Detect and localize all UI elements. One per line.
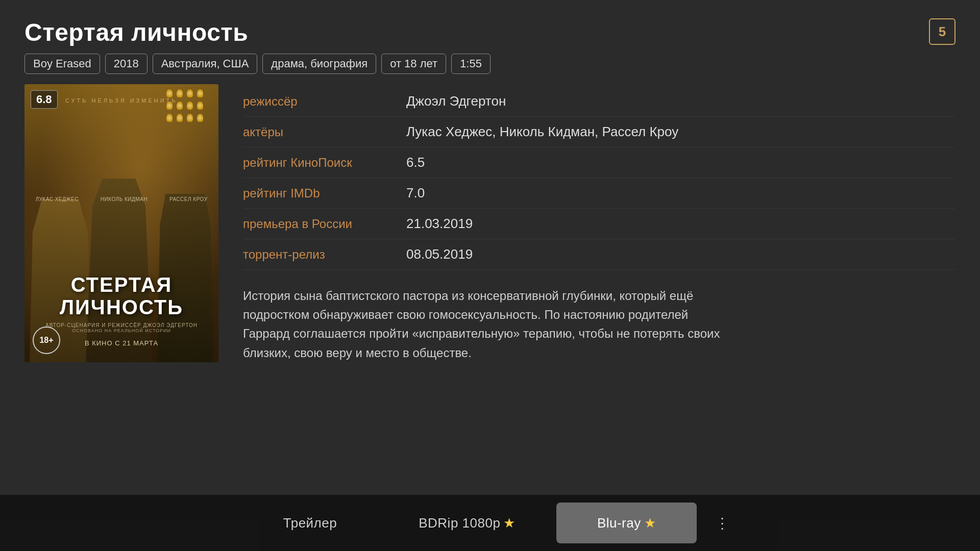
- poster-lights: [166, 89, 203, 122]
- tags-row: Boy Erased 2018 Австралия, США драма, би…: [24, 54, 491, 74]
- label-kinopoisk: рейтинг КиноПоиск: [243, 156, 406, 170]
- info-row-kinopoisk: рейтинг КиноПоиск 6.5: [243, 147, 955, 178]
- tag-original-title: Boy Erased: [24, 54, 100, 74]
- cast-name-3: РАССЕЛ КРОУ: [169, 196, 208, 202]
- main-content: ЛУКАС ХЕДЖЕС НИКОЛЬ КИДМАН РАССЕЛ КРОУ 6…: [24, 84, 955, 551]
- light-bulb: [197, 102, 203, 110]
- value-director: Джоэл Эдгертон: [406, 93, 506, 109]
- tag-countries: Австралия, США: [153, 54, 258, 74]
- page-container: Стертая личность Boy Erased 2018 Австрал…: [0, 0, 980, 551]
- value-actors: Лукас Хеджес, Николь Кидман, Рассел Кроу: [406, 124, 678, 140]
- label-imdb: рейтинг IMDb: [243, 186, 406, 201]
- poster-title-line2: ЛИЧНОСТЬ: [45, 296, 198, 318]
- label-director: режиссёр: [243, 94, 406, 109]
- value-premiere: 21.03.2019: [406, 216, 473, 232]
- trailer-button[interactable]: Трейлер: [242, 503, 378, 543]
- light-bulb: [187, 114, 193, 122]
- value-torrent: 08.05.2019: [406, 246, 473, 262]
- info-row-director: режиссёр Джоэл Эдгертон: [243, 86, 955, 117]
- bdrip-star-icon: ★: [503, 515, 516, 531]
- more-options-button[interactable]: ⋮: [707, 508, 738, 538]
- value-imdb: 7.0: [406, 185, 425, 201]
- info-row-torrent: торрент-релиз 08.05.2019: [243, 239, 955, 270]
- poster-text-block: СТЕРТАЯ ЛИЧНОСТЬ АВТОР-СЦЕНАРИЯ И РЕЖИСС…: [45, 273, 198, 347]
- bdrip-button[interactable]: BDRip 1080p ★: [378, 503, 556, 543]
- header: Стертая личность Boy Erased 2018 Австрал…: [24, 18, 955, 74]
- poster-score: 6.8: [31, 90, 58, 109]
- light-bulb: [166, 114, 173, 122]
- bluray-button[interactable]: Blu-ray ★: [556, 503, 697, 543]
- label-torrent: торрент-релиз: [243, 247, 406, 262]
- movie-title: Стертая личность: [24, 18, 491, 46]
- poster-title-line1: СТЕРТАЯ: [45, 273, 198, 296]
- poster-author: АВТОР-СЦЕНАРИЯ И РЕЖИССЁР ДЖОЭЛ ЭДГЕРТОН: [45, 322, 198, 328]
- light-bulb: [197, 89, 203, 97]
- label-actors: актёры: [243, 125, 406, 139]
- label-premiere: премьера в России: [243, 217, 406, 231]
- movie-poster: ЛУКАС ХЕДЖЕС НИКОЛЬ КИДМАН РАССЕЛ КРОУ 6…: [24, 84, 218, 362]
- tag-duration: 1:55: [451, 54, 491, 74]
- cast-names-row: ЛУКАС ХЕДЖЕС НИКОЛЬ КИДМАН РАССЕЛ КРОУ: [24, 196, 218, 202]
- tag-age: от 18 лет: [381, 54, 446, 74]
- light-bulb: [187, 89, 193, 97]
- info-row-imdb: рейтинг IMDb 7.0: [243, 178, 955, 209]
- light-bulb: [177, 114, 183, 122]
- value-kinopoisk: 6.5: [406, 155, 425, 170]
- info-row-actors: актёры Лукас Хеджес, Николь Кидман, Расс…: [243, 117, 955, 147]
- info-panel: режиссёр Джоэл Эдгертон актёры Лукас Хед…: [243, 84, 955, 551]
- age-badge: 18+: [33, 327, 60, 354]
- poster-based: ОСНОВАНО НА РЕАЛЬНОЙ ИСТОРИИ: [45, 328, 198, 333]
- poster-release: В КИНО С 21 МАРТА: [45, 339, 198, 347]
- info-table: режиссёр Джоэл Эдгертон актёры Лукас Хед…: [243, 86, 955, 270]
- title-block: Стертая личность Boy Erased 2018 Австрал…: [24, 18, 491, 74]
- movie-description: История сына баптистского пастора из кон…: [243, 286, 733, 362]
- tag-year: 2018: [105, 54, 148, 74]
- light-bulb: [197, 114, 203, 122]
- tag-genres: драма, биография: [262, 54, 376, 74]
- cast-name-1: ЛУКАС ХЕДЖЕС: [35, 196, 78, 202]
- channel-badge: 5: [929, 18, 955, 45]
- info-row-premiere: премьера в России 21.03.2019: [243, 209, 955, 239]
- light-bulb: [177, 102, 183, 110]
- bottom-toolbar: Трейлер BDRip 1080p ★ Blu-ray ★ ⋮: [0, 495, 980, 551]
- light-bulb: [166, 89, 173, 97]
- cast-name-2: НИКОЛЬ КИДМАН: [101, 196, 148, 202]
- light-bulb: [177, 89, 183, 97]
- bluray-star-icon: ★: [644, 515, 656, 531]
- light-bulb: [187, 102, 193, 110]
- poster-tagline: СУТЬ НЕЛЬЗЯ ИЗМЕНИТЬ: [65, 97, 178, 104]
